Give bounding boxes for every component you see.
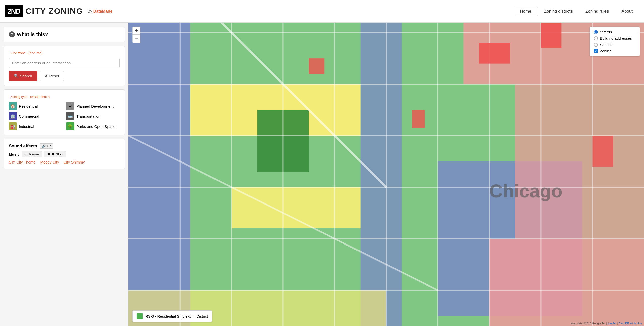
svg-rect-30 [479,43,510,64]
moogy-city-link[interactable]: Moogy City [40,160,59,164]
status-zone-icon [137,313,143,319]
stop-icon: ⏹ [47,152,50,156]
map-attribution: Map data ©2016 Google Ter | Leaflet | Ca… [571,322,642,325]
industrial-icon: 🏭 [9,122,17,130]
main-layout: ? What is this? Find zone (find me) 🔍 Se… [0,23,644,326]
zoning-type-card: Zoning type (what's that?) 🏠 Residential… [4,89,125,135]
help-icon: ? [9,31,15,37]
sound-effects-title: Sound effects 🔊 On [9,143,120,149]
nav-zoning-districts[interactable]: Zoning districts [538,7,579,16]
status-label: RS-3 - Residential Single-Unit District [145,314,208,318]
music-row: Music ⏸ ⏸ Pause Pause ⏹ ⏹ Stop [9,151,120,157]
music-themes: Sim City Theme Moogy City City Shimmy [9,160,120,164]
layer-streets[interactable]: Streets [594,30,636,34]
find-me-link[interactable]: (find me) [28,51,42,55]
zoning-type-title: Zoning type (what's that?) [9,94,120,99]
pause-icon: ⏸ [25,152,28,156]
leaflet-link[interactable]: Leaflet [608,322,616,325]
zoning-item-industrial[interactable]: 🏭 Industrial [9,122,62,130]
main-nav: Home Zoning districts Zoning rules About [514,7,639,16]
search-reset-row: 🔍 Search ↺ Reset [9,71,120,81]
zoning-item-residential[interactable]: 🏠 Residential [9,102,62,110]
cartodb-link[interactable]: CartoDB [618,322,629,325]
svg-rect-6 [515,84,644,239]
commercial-icon: 🏢 [9,112,17,120]
svg-rect-2 [361,23,402,326]
transportation-icon: 🚌 [66,112,74,120]
nav-home[interactable]: Home [514,7,538,16]
logo-box: 2ND CITY ZONING [5,5,83,17]
svg-rect-33 [412,110,425,128]
stop-button[interactable]: ⏹ ⏹ Stop [44,151,66,157]
zoning-grid: 🏠 Residential 🏛 Planned Development 🏢 Co… [9,102,120,130]
zoning-item-transportation[interactable]: 🚌 Transportation [66,112,120,120]
whats-that-link[interactable]: (what's that?) [30,95,50,99]
svg-rect-1 [128,23,190,326]
layer-satellite[interactable]: Satellite [594,43,636,47]
zoning-checkbox[interactable] [594,49,598,53]
sound-on-badge: 🔊 On [40,143,53,149]
svg-rect-31 [541,23,561,48]
parks-icon: 🌳 [66,122,74,130]
reset-icon: ↺ [45,74,48,78]
search-button[interactable]: 🔍 Search [9,71,37,81]
svg-rect-32 [309,58,324,74]
map-container[interactable]: Chicago + − Streets Buildi [128,23,644,326]
logo-icon: 2ND [5,5,23,17]
nav-zoning-rules[interactable]: Zoning rules [579,7,615,16]
search-icon: 🔍 [14,74,19,78]
sidebar: ? What is this? Find zone (find me) 🔍 Se… [0,23,128,326]
header: 2ND CITY ZONING By DataMade Home Zoning … [0,0,644,23]
satellite-radio[interactable] [594,43,598,47]
by-datamade: By DataMade [88,9,113,14]
sim-city-theme-link[interactable]: Sim City Theme [9,160,35,164]
map-status-bar: RS-3 - Residential Single-Unit District [132,310,212,322]
find-zone-title: Find zone (find me) [9,51,120,56]
datamade-link[interactable]: DataMade [93,9,113,13]
svg-rect-8 [232,187,361,228]
pause-button[interactable]: ⏸ ⏸ Pause Pause [22,151,42,157]
building-addresses-radio[interactable] [594,36,598,40]
layer-zoning[interactable]: Zoning [594,49,636,53]
logo-text: CITY ZONING [26,7,83,16]
find-zone-card: Find zone (find me) 🔍 Search ↺ Reset [4,46,125,86]
search-input[interactable] [9,58,120,68]
what-is-this-card: ? What is this? [4,27,125,42]
svg-text:Chicago: Chicago [489,181,563,201]
planned-icon: 🏛 [66,102,74,110]
zoning-item-parks[interactable]: 🌳 Parks and Open Space [66,122,120,130]
what-is-this-title: ? What is this? [9,31,120,37]
map-background: Chicago [128,23,644,326]
residential-icon: 🏠 [9,102,17,110]
reset-button[interactable]: ↺ Reset [40,71,64,81]
map-layer-controls: Streets Building addresses Satellite Zon… [590,27,640,56]
zoom-in-button[interactable]: + [132,27,140,35]
zoom-controls: + − [132,27,140,43]
attribution-link[interactable]: attribution [630,322,642,325]
zoning-item-planned[interactable]: 🏛 Planned Development [66,102,120,110]
city-shimmy-link[interactable]: City Shimmy [63,160,85,164]
nav-about[interactable]: About [615,7,639,16]
zoom-out-button[interactable]: − [132,35,140,43]
zoning-item-commercial[interactable]: 🏢 Commercial [9,112,62,120]
svg-rect-5 [489,239,644,326]
layer-building-addresses[interactable]: Building addresses [594,36,636,40]
sound-effects-card: Sound effects 🔊 On Music ⏸ ⏸ Pause Pause… [4,139,125,169]
streets-radio[interactable] [594,30,598,34]
map-svg: Chicago [128,23,644,326]
svg-rect-34 [592,136,613,167]
